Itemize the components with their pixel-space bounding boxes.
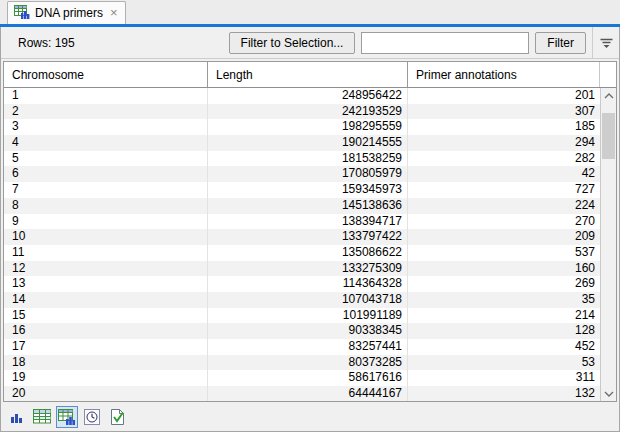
table-row[interactable]: 8145138636224 (4, 198, 600, 214)
table-icon (33, 409, 51, 424)
cell-primer-annotations: 132 (408, 386, 600, 401)
cell-chromosome: 4 (4, 135, 208, 151)
table-body: 1248956422201224219352930731982955591854… (4, 88, 600, 401)
cell-primer-annotations: 42 (408, 166, 600, 182)
cell-chromosome: 19 (4, 370, 208, 386)
cell-primer-annotations: 270 (408, 214, 600, 230)
table-row[interactable]: 9138394717270 (4, 214, 600, 230)
toolbar-filter-group: Filter to Selection... Filter (229, 27, 619, 59)
cell-primer-annotations: 311 (408, 370, 600, 386)
cell-primer-annotations: 209 (408, 229, 600, 245)
cell-primer-annotations: 53 (408, 355, 600, 371)
cell-primer-annotations: 224 (408, 198, 600, 214)
cell-chromosome: 15 (4, 308, 208, 324)
vertical-scrollbar[interactable] (600, 88, 616, 401)
table-row[interactable]: 617080597942 (4, 166, 600, 182)
table-row[interactable]: 15101991189214 (4, 308, 600, 324)
table-body-area: 1248956422201224219352930731982955591854… (4, 88, 616, 401)
cell-primer-annotations: 537 (408, 245, 600, 261)
rows-count-label: Rows: 195 (18, 36, 75, 50)
filter-to-selection-button[interactable]: Filter to Selection... (229, 32, 356, 54)
table-view-button[interactable] (31, 406, 53, 428)
cell-length: 138394717 (208, 214, 408, 230)
data-table: Chromosome Length Primer annotations 124… (3, 61, 617, 402)
cell-length: 181538259 (208, 151, 408, 167)
cell-length: 101991189 (208, 308, 408, 324)
cell-primer-annotations: 35 (408, 292, 600, 308)
table-row[interactable]: 1958617616311 (4, 370, 600, 386)
cell-length: 64444167 (208, 386, 408, 401)
cell-chromosome: 18 (4, 355, 208, 371)
clock-icon (84, 409, 100, 425)
scroll-down-icon[interactable] (601, 386, 616, 401)
tab-close-icon[interactable]: × (110, 7, 118, 19)
cell-primer-annotations: 185 (408, 119, 600, 135)
table-row[interactable]: 2064444167132 (4, 386, 600, 401)
table-row[interactable]: 5181538259282 (4, 151, 600, 167)
cell-chromosome: 16 (4, 323, 208, 339)
cell-length: 242193529 (208, 104, 408, 120)
scroll-up-icon[interactable] (601, 88, 616, 103)
cell-primer-annotations: 452 (408, 339, 600, 355)
cell-primer-annotations: 294 (408, 135, 600, 151)
cell-chromosome: 3 (4, 119, 208, 135)
cell-length: 198295559 (208, 119, 408, 135)
cell-length: 248956422 (208, 88, 408, 104)
cell-primer-annotations: 307 (408, 104, 600, 120)
table-row[interactable]: 1690338345128 (4, 323, 600, 339)
element-info-view-button[interactable] (106, 406, 128, 428)
cell-chromosome: 10 (4, 229, 208, 245)
table-chart-icon (58, 408, 76, 425)
bar-chart-view-button[interactable] (6, 406, 28, 428)
document-check-icon (110, 409, 125, 425)
filter-button[interactable]: Filter (535, 32, 586, 54)
cell-primer-annotations: 201 (408, 88, 600, 104)
column-header-chromosome[interactable]: Chromosome (4, 62, 208, 87)
history-view-button[interactable] (81, 406, 103, 428)
table-row[interactable]: 1410704371835 (4, 292, 600, 308)
cell-primer-annotations: 160 (408, 261, 600, 277)
table-row[interactable]: 13114364328269 (4, 276, 600, 292)
cell-primer-annotations: 269 (408, 276, 600, 292)
table-row[interactable]: 3198295559185 (4, 119, 600, 135)
table-toolbar: Rows: 195 Filter to Selection... Filter (1, 27, 619, 59)
table-row[interactable]: 4190214555294 (4, 135, 600, 151)
cell-chromosome: 1 (4, 88, 208, 104)
table-row[interactable]: 12133275309160 (4, 261, 600, 277)
cell-length: 170805979 (208, 166, 408, 182)
cell-chromosome: 12 (4, 261, 208, 277)
table-view-panel: Rows: 195 Filter to Selection... Filter … (0, 27, 620, 432)
cell-length: 135086622 (208, 245, 408, 261)
table-row[interactable]: 2242193529307 (4, 104, 600, 120)
table-row[interactable]: 1783257441452 (4, 339, 600, 355)
table-row[interactable]: 10133797422209 (4, 229, 600, 245)
header-scrollbar-stub (600, 62, 616, 87)
cell-length: 107043718 (208, 292, 408, 308)
scrollbar-track[interactable] (601, 103, 616, 386)
table-row[interactable]: 7159345973727 (4, 182, 600, 198)
cell-chromosome: 5 (4, 151, 208, 167)
cell-length: 159345973 (208, 182, 408, 198)
tab-dna-primers[interactable]: DNA primers × (7, 1, 126, 24)
cell-length: 90338345 (208, 323, 408, 339)
cell-chromosome: 14 (4, 292, 208, 308)
column-header-primer-annotations[interactable]: Primer annotations (408, 62, 600, 87)
table-row[interactable]: 11135086622537 (4, 245, 600, 261)
cell-chromosome: 7 (4, 182, 208, 198)
table-chart-icon (14, 4, 30, 23)
column-header-length[interactable]: Length (208, 62, 408, 87)
table-row[interactable]: 188037328553 (4, 355, 600, 371)
cell-primer-annotations: 128 (408, 323, 600, 339)
filter-options-icon[interactable] (593, 27, 619, 59)
cell-primer-annotations: 214 (408, 308, 600, 324)
table-chart-view-button[interactable] (56, 406, 78, 428)
table-row[interactable]: 1248956422201 (4, 88, 600, 104)
cell-length: 133797422 (208, 229, 408, 245)
scrollbar-thumb[interactable] (602, 113, 615, 159)
filter-input[interactable] (361, 32, 529, 54)
cell-length: 80373285 (208, 355, 408, 371)
cell-length: 190214555 (208, 135, 408, 151)
cell-primer-annotations: 727 (408, 182, 600, 198)
cell-length: 83257441 (208, 339, 408, 355)
cell-chromosome: 2 (4, 104, 208, 120)
